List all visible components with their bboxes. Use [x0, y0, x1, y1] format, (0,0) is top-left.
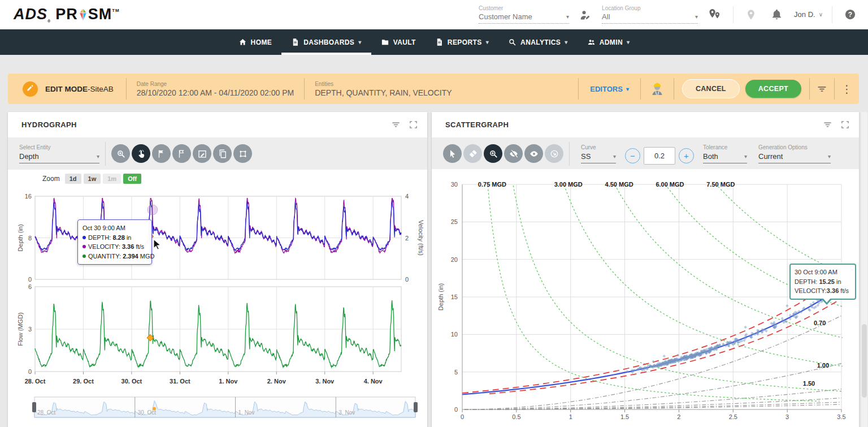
assign-customer-button[interactable] — [576, 5, 595, 24]
chevron-down-icon: ▾ — [695, 14, 698, 20]
zoom-1m-button[interactable]: 1m — [103, 174, 121, 184]
tool-eye-button[interactable] — [524, 144, 543, 163]
tool-copy-button[interactable] — [213, 144, 232, 163]
hydrograph-panel: HYDROGRAPH Select Entity Depth▾ Zoom 1d1… — [8, 112, 427, 427]
svg-text:31. Oct: 31. Oct — [170, 378, 190, 385]
pin-icon — [745, 8, 757, 21]
svg-text:Depth (in): Depth (in) — [17, 224, 24, 251]
hydrograph-chart[interactable]: 0816024036Depth (in)Velocity (ft/s)Flow … — [8, 186, 427, 425]
divider — [674, 78, 674, 100]
iso-quantity-curve — [611, 178, 846, 338]
flag-icon — [157, 149, 167, 159]
nav-item-home[interactable]: HOME — [229, 29, 282, 55]
hydrograph-header: HYDROGRAPH — [8, 112, 427, 137]
svg-text:3. Nov: 3. Nov — [315, 378, 335, 385]
search-icon — [508, 38, 517, 46]
hovered-point-halo — [147, 205, 158, 215]
tool-cursor-button[interactable] — [443, 144, 462, 163]
tooltip-row: VELOCITY: 3.36 ft/s — [83, 242, 147, 252]
nav-item-reports[interactable]: REPORTS▾ — [426, 29, 498, 55]
folder-icon — [381, 38, 389, 46]
location-groups-button[interactable] — [705, 5, 725, 25]
iso-quantity-curve — [711, 178, 844, 274]
nav-item-analytics[interactable]: ANALYTICS▾ — [498, 29, 578, 55]
tool-eraser-button[interactable] — [463, 144, 482, 163]
svg-text:30: 30 — [451, 181, 458, 188]
tool-touch-button[interactable] — [132, 144, 150, 163]
nav-item-vault[interactable]: VAULT — [371, 29, 426, 55]
page-scrollbar[interactable] — [861, 112, 867, 427]
scrollbar-thumb[interactable] — [862, 324, 867, 398]
select-entity-dropdown[interactable]: Select Entity Depth▾ — [19, 144, 99, 163]
tool-zoom-in-button[interactable] — [111, 144, 130, 163]
edit-bar-filter-button[interactable] — [810, 81, 834, 97]
entities-field[interactable]: Entities DEPTH, QUANTITY, RAIN, VELOCITY — [305, 81, 462, 97]
svg-text:6.00 MGD: 6.00 MGD — [656, 181, 684, 188]
map-pin-button[interactable] — [741, 5, 761, 24]
nav-item-label: REPORTS — [448, 38, 482, 46]
divider — [733, 6, 734, 23]
location-group-select[interactable]: Location Group All▾ — [602, 5, 698, 24]
tool-circle-arrow-button[interactable] — [545, 144, 563, 163]
fullscreen-icon — [840, 120, 850, 130]
tolerance-select[interactable]: Tolerance Both▾ — [703, 144, 747, 163]
filter-icon — [391, 120, 401, 130]
user-menu[interactable]: Jon D.∨ — [794, 10, 823, 19]
help-button[interactable]: ? — [840, 5, 860, 24]
froude-curve — [465, 404, 841, 409]
tool-flag-button[interactable] — [152, 144, 171, 163]
customer-select[interactable]: Customer Customer Name▾ — [479, 5, 569, 24]
people-icon — [587, 38, 596, 46]
svg-text:4. Nov: 4. Nov — [364, 378, 383, 385]
hydrograph-tooltip: Oct 30 9:00 AMDEPTH: 8.28 inVELOCITY: 3.… — [77, 219, 152, 265]
tool-transform-button[interactable] — [233, 144, 252, 163]
svg-text:Flow (MGD): Flow (MGD) — [17, 312, 24, 346]
navigator-handle-left[interactable] — [32, 402, 36, 412]
cancel-button[interactable]: CANCEL — [682, 79, 740, 98]
tool-eye-off-button[interactable] — [504, 144, 523, 163]
notifications-button[interactable] — [767, 5, 786, 24]
hydrograph-filter-button[interactable] — [390, 119, 402, 131]
svg-text:0.75 MGD: 0.75 MGD — [478, 181, 506, 188]
editor-status[interactable] — [641, 80, 674, 97]
nav-item-dashboards[interactable]: DASHBOARDS▾ — [281, 29, 371, 55]
best-fit-curve — [462, 287, 841, 394]
scattergraph-filter-button[interactable] — [822, 119, 834, 131]
tolerance-decrement-button[interactable]: − — [625, 148, 640, 163]
zoom-1d-button[interactable]: 1d — [65, 174, 81, 184]
svg-text:4.50 MGD: 4.50 MGD — [605, 181, 633, 188]
date-range-field[interactable]: Date Range 28/10/2020 12:00 AM - 04/11/2… — [127, 81, 304, 97]
transform-icon — [238, 149, 248, 159]
prism-diamond-icon — [79, 7, 88, 22]
file-icon — [435, 38, 444, 46]
accept-button[interactable]: ACCEPT — [745, 80, 801, 98]
cursor-icon — [448, 149, 458, 159]
svg-text:25: 25 — [451, 218, 458, 225]
curve-select[interactable]: Curve SS▾ — [581, 144, 616, 163]
svg-text:2. Nov: 2. Nov — [267, 378, 287, 385]
svg-text:6: 6 — [28, 283, 32, 290]
nav-item-admin[interactable]: ADMIN▾ — [578, 29, 640, 55]
zoom-1w-button[interactable]: 1w — [84, 174, 101, 184]
nav-item-label: DASHBOARDS — [303, 38, 354, 46]
svg-text:0: 0 — [461, 413, 464, 420]
more-options-button[interactable]: ⋮ — [835, 83, 859, 96]
tool-flag-outline-button[interactable] — [172, 144, 191, 163]
scattergraph-fullscreen-button[interactable] — [839, 119, 851, 131]
svg-text:1: 1 — [569, 413, 572, 420]
tolerance-value-input[interactable] — [644, 147, 675, 165]
chevron-down-icon: ▾ — [626, 86, 629, 92]
hydrograph-fullscreen-button[interactable] — [407, 119, 419, 131]
editors-dropdown[interactable]: EDITORS▾ — [579, 85, 640, 93]
tolerance-increment-button[interactable]: + — [679, 148, 694, 163]
scattergraph-header: SCATTERGRAPH — [432, 112, 859, 137]
tool-zoom-in-button[interactable] — [484, 144, 502, 163]
circle-arrow-icon — [549, 149, 559, 159]
navigator-handle-right[interactable] — [414, 402, 418, 412]
touch-icon — [136, 149, 146, 159]
tool-edit-box-button[interactable] — [193, 144, 211, 163]
copy-icon — [218, 149, 228, 159]
zoom-off-button[interactable]: Off — [123, 174, 141, 184]
ads-logo-text: ADS® — [14, 6, 51, 23]
generation-options-select[interactable]: Generation Options Current▾ — [758, 144, 831, 163]
